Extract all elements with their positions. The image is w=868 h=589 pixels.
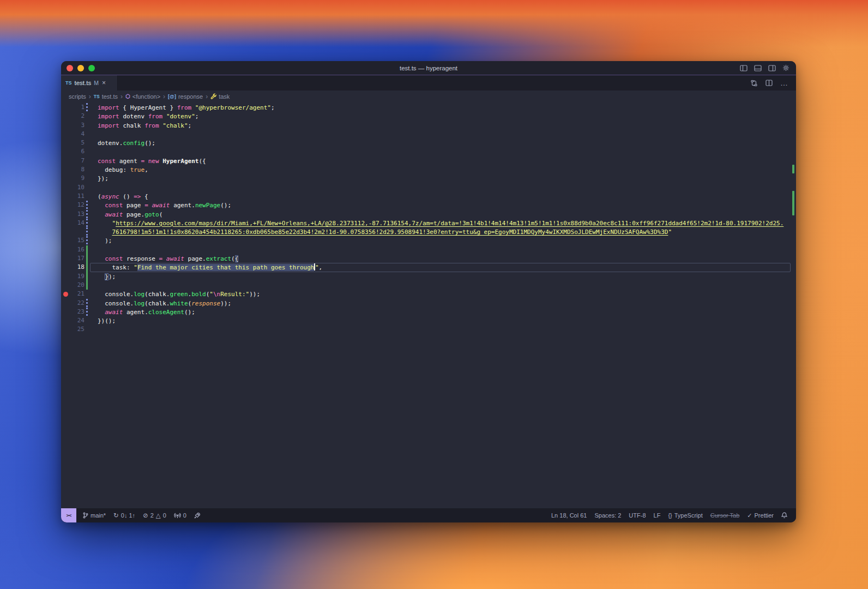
glyph-margin[interactable] xyxy=(61,112,70,121)
line-number[interactable] xyxy=(70,227,85,236)
code-line[interactable]: 20 xyxy=(61,281,796,290)
line-number[interactable]: 1 xyxy=(70,103,85,112)
glyph-margin[interactable] xyxy=(61,147,70,156)
line-number[interactable]: 15 xyxy=(70,236,85,245)
minimize-window-button[interactable] xyxy=(77,65,84,71)
glyph-margin[interactable] xyxy=(61,281,70,290)
breakpoint-dot[interactable] xyxy=(63,292,68,297)
zoom-window-button[interactable] xyxy=(88,65,95,71)
close-tab-icon[interactable]: × xyxy=(102,79,106,87)
ports-item[interactable]: 0 xyxy=(171,508,190,522)
remote-indicator[interactable]: >< xyxy=(61,508,76,522)
glyph-margin[interactable] xyxy=(61,236,70,245)
glyph-margin[interactable] xyxy=(61,308,70,316)
language-mode-item[interactable]: {} TypeScript xyxy=(665,508,706,522)
more-actions-icon[interactable]: … xyxy=(780,79,788,87)
glyph-margin[interactable] xyxy=(61,157,70,165)
code-line[interactable]: 7const agent = new HyperAgent({ xyxy=(61,157,796,165)
breadcrumb-function[interactable]: ⬡ <function> xyxy=(125,93,160,100)
line-number[interactable]: 16 xyxy=(70,245,85,254)
code-line[interactable]: 12 const page = await agent.newPage(); xyxy=(61,201,796,209)
line-number[interactable]: 11 xyxy=(70,192,85,201)
breadcrumb-variable[interactable]: [@] response xyxy=(168,93,203,100)
line-number[interactable]: 9 xyxy=(70,174,85,183)
line-number[interactable]: 4 xyxy=(70,130,85,139)
glyph-margin[interactable] xyxy=(61,316,70,325)
breadcrumb-folder[interactable]: scripts xyxy=(69,93,86,100)
open-changes-icon[interactable] xyxy=(750,80,758,87)
line-number[interactable]: 17 xyxy=(70,254,85,263)
glyph-margin[interactable] xyxy=(61,245,70,254)
code-line[interactable]: 18 task: "Find the major cities that thi… xyxy=(61,263,796,272)
code-line[interactable]: 14 "https://www.google.com/maps/dir/Miam… xyxy=(61,219,796,227)
glyph-margin[interactable] xyxy=(61,210,70,219)
line-number[interactable]: 21 xyxy=(70,290,85,298)
split-editor-icon[interactable] xyxy=(765,80,773,86)
line-number[interactable]: 7 xyxy=(70,157,85,165)
code-line[interactable]: 19 }); xyxy=(61,272,796,281)
glyph-margin[interactable] xyxy=(61,165,70,174)
glyph-margin[interactable] xyxy=(61,272,70,281)
line-number[interactable]: 10 xyxy=(70,183,85,192)
line-number[interactable]: 23 xyxy=(70,308,85,316)
code-line[interactable]: 7616798!1m5!1m1!1s0x8620a454b2118265:0xd… xyxy=(61,227,796,236)
glyph-margin[interactable] xyxy=(61,201,70,209)
encoding-item[interactable]: UTF-8 xyxy=(625,508,649,522)
glyph-margin[interactable] xyxy=(61,227,70,236)
toggle-primary-sidebar-icon[interactable] xyxy=(740,65,748,71)
cursor-position-item[interactable]: Ln 18, Col 61 xyxy=(548,508,590,522)
line-number[interactable]: 22 xyxy=(70,299,85,308)
line-number[interactable]: 13 xyxy=(70,210,85,219)
glyph-margin[interactable] xyxy=(61,325,70,334)
code-line[interactable]: 8 debug: true, xyxy=(61,165,796,174)
prettier-item[interactable]: ✓ Prettier xyxy=(744,508,777,522)
glyph-margin[interactable] xyxy=(61,219,70,227)
customize-layout-icon[interactable] xyxy=(782,64,789,71)
glyph-margin[interactable] xyxy=(61,139,70,147)
sync-changes-item[interactable]: ↻ 0↓ 1↑ xyxy=(110,508,138,522)
glyph-margin[interactable] xyxy=(61,130,70,139)
code-line[interactable]: 4 xyxy=(61,130,796,139)
code-line[interactable]: 13 await page.goto( xyxy=(61,210,796,219)
line-number[interactable]: 20 xyxy=(70,281,85,290)
code-line[interactable]: 2import dotenv from "dotenv"; xyxy=(61,112,796,121)
glyph-margin[interactable] xyxy=(61,290,70,298)
glyph-margin[interactable] xyxy=(61,183,70,192)
breadcrumb-file[interactable]: TS test.ts xyxy=(94,93,118,100)
code-line[interactable]: 10 xyxy=(61,183,796,192)
glyph-margin[interactable] xyxy=(61,254,70,263)
toggle-secondary-sidebar-icon[interactable] xyxy=(768,65,776,71)
notifications-item[interactable] xyxy=(778,508,791,522)
close-window-button[interactable] xyxy=(67,65,73,71)
toggle-panel-icon[interactable] xyxy=(754,65,762,71)
code-line[interactable]: 5dotenv.config(); xyxy=(61,139,796,147)
line-number[interactable]: 5 xyxy=(70,139,85,147)
code-line[interactable]: 25 xyxy=(61,325,796,334)
code-line[interactable]: 3import chalk from "chalk"; xyxy=(61,121,796,130)
glyph-margin[interactable] xyxy=(61,299,70,308)
line-number[interactable]: 8 xyxy=(70,165,85,174)
glyph-margin[interactable] xyxy=(61,263,70,272)
line-number[interactable]: 18 xyxy=(70,263,85,272)
cursor-tab-item[interactable]: Cursor Tab xyxy=(707,508,743,522)
code-line[interactable]: 23 await agent.closeAgent(); xyxy=(61,308,796,316)
code-line[interactable]: 11(async () => { xyxy=(61,192,796,201)
code-line[interactable]: 22 console.log(chalk.white(response)); xyxy=(61,299,796,308)
code-line[interactable]: 9}); xyxy=(61,174,796,183)
problems-item[interactable]: ⊘ 2 △ 0 xyxy=(140,508,170,522)
breadcrumb-property[interactable]: task xyxy=(210,93,230,100)
line-number[interactable]: 24 xyxy=(70,316,85,325)
glyph-margin[interactable] xyxy=(61,103,70,112)
code-line[interactable]: 16 xyxy=(61,245,796,254)
code-line[interactable]: 24})(); xyxy=(61,316,796,325)
tab-test-ts[interactable]: TS test.ts M × xyxy=(61,75,118,91)
code-line[interactable]: 6 xyxy=(61,147,796,156)
line-number[interactable]: 25 xyxy=(70,325,85,334)
glyph-margin[interactable] xyxy=(61,192,70,201)
git-branch-item[interactable]: main* xyxy=(80,508,109,522)
glyph-margin[interactable] xyxy=(61,174,70,183)
line-number[interactable]: 2 xyxy=(70,112,85,121)
line-number[interactable]: 6 xyxy=(70,147,85,156)
code-editor[interactable]: 1import { HyperAgent } from "@hyperbrows… xyxy=(61,102,796,508)
line-number[interactable]: 19 xyxy=(70,272,85,281)
